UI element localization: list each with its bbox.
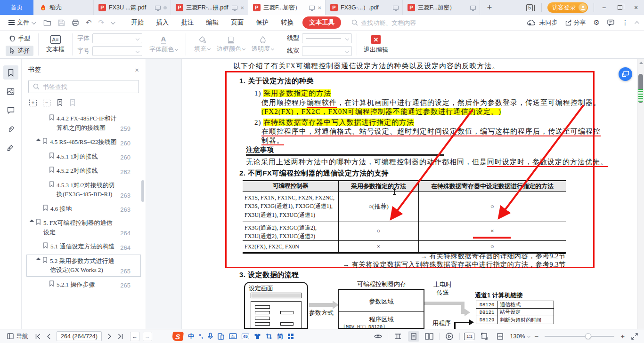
font-color-button[interactable]: A 字体颜色 bbox=[146, 36, 181, 54]
zoom-in-button[interactable]: + bbox=[620, 332, 625, 340]
single-page-view-button[interactable] bbox=[408, 331, 419, 342]
page-number-input[interactable] bbox=[57, 331, 102, 341]
guest-login-button[interactable]: 访客登录 bbox=[547, 2, 588, 13]
opacity-button[interactable]: 透明度 bbox=[248, 36, 277, 53]
eye-protection-button[interactable] bbox=[372, 331, 383, 342]
picture-to-text-float-button[interactable] bbox=[619, 67, 632, 81]
print-icon[interactable] bbox=[72, 19, 79, 26]
menu-annotate[interactable]: 批注 bbox=[175, 18, 200, 27]
border-color-button[interactable]: 边框颜色 bbox=[213, 36, 248, 53]
doc-tab-4[interactable]: P FX3G·...）.pdf bbox=[326, 0, 403, 15]
screenshot-crop-icon[interactable] bbox=[266, 333, 272, 340]
restore-button[interactable] bbox=[612, 0, 628, 15]
float-window-icon[interactable] bbox=[393, 6, 399, 10]
rail-attachments-button[interactable] bbox=[3, 122, 18, 136]
sync-status[interactable]: 未同步 bbox=[527, 18, 558, 27]
select-tool-button[interactable]: 选择 bbox=[6, 46, 33, 56]
close-tab-icon[interactable]: × bbox=[318, 4, 321, 11]
expand-all-button[interactable]: + bbox=[29, 99, 37, 106]
tab-docer[interactable]: 稻壳 bbox=[33, 0, 94, 15]
bookmark-item[interactable]: 4.5.3 1对/2对接线的切换(FX3G-485-BD-RJ) 263 bbox=[28, 181, 139, 199]
bookmark-item-selected[interactable]: 5.2 采用参数方式进行通信设定(GX Works 2) 265 bbox=[28, 256, 139, 275]
ime-toolbox-icon[interactable] bbox=[288, 334, 293, 339]
menu-text-tool-active[interactable]: 文本工具 bbox=[302, 16, 341, 29]
fullscreen-button[interactable] bbox=[629, 331, 640, 342]
navigation-toggle-button[interactable]: 导航 bbox=[4, 332, 32, 341]
minimize-button[interactable]: − bbox=[596, 0, 612, 15]
menu-insert[interactable]: 插入 bbox=[150, 18, 175, 27]
float-window-icon[interactable] bbox=[232, 6, 237, 10]
bookmark-item[interactable]: 4.4.2 FX-485PC-IF和计算机之间的接线图 259 bbox=[28, 114, 139, 132]
bookmark-search-input[interactable] bbox=[43, 83, 134, 90]
redo-icon[interactable]: ↷ bbox=[98, 18, 105, 27]
undo-icon[interactable]: ↶ bbox=[86, 18, 92, 27]
fit-width-button[interactable] bbox=[494, 331, 505, 342]
zoom-out-button[interactable]: − bbox=[534, 332, 538, 340]
font-size-combobox[interactable] bbox=[92, 46, 142, 56]
first-page-button[interactable] bbox=[35, 334, 41, 339]
collapse-caret-icon[interactable] bbox=[30, 220, 34, 224]
prev-page-button[interactable] bbox=[47, 334, 51, 339]
collapse-caret-icon[interactable] bbox=[36, 139, 41, 144]
continuous-scroll-button[interactable] bbox=[392, 331, 404, 342]
bookmark-search[interactable] bbox=[28, 80, 139, 93]
more-menu-icon[interactable]: ⋮ bbox=[622, 19, 628, 26]
two-page-view-button[interactable] bbox=[424, 331, 435, 342]
ime-language-button[interactable]: 中 bbox=[188, 332, 194, 341]
history-back-button[interactable]: ← bbox=[130, 332, 139, 341]
bookmark-item[interactable]: 4.5.1 1对的接线 260 bbox=[28, 152, 139, 161]
menu-protect[interactable]: 保护 bbox=[250, 18, 275, 27]
menu-start[interactable]: 开始 bbox=[125, 18, 150, 27]
doc-tab-5[interactable]: P 三菱F...加密） bbox=[403, 0, 480, 15]
user-45-icon[interactable]: 45 bbox=[242, 334, 249, 339]
rail-bookmarks-button[interactable] bbox=[3, 65, 18, 80]
document-scrollbar[interactable] bbox=[637, 59, 644, 329]
scroll-up-arrow-icon[interactable] bbox=[639, 62, 643, 64]
rail-thumbnails-button[interactable] bbox=[3, 84, 18, 98]
sogou-logo-icon[interactable]: S bbox=[172, 332, 184, 341]
doc-tab-1[interactable]: P FX3U ...篇.pdf bbox=[94, 0, 171, 15]
doc-tab-3-active[interactable]: P 三菱F...加密） × bbox=[248, 0, 326, 15]
skin-shirt-icon[interactable] bbox=[254, 333, 261, 339]
rail-signature-button[interactable] bbox=[3, 141, 18, 155]
delete-bookmark-button[interactable] bbox=[69, 99, 76, 106]
float-window-icon[interactable] bbox=[309, 6, 315, 10]
auto-scroll-play-button[interactable] bbox=[444, 331, 455, 342]
file-menu-button[interactable]: 文件 bbox=[5, 18, 39, 27]
menu-edit[interactable]: 编辑 bbox=[200, 18, 225, 27]
ime-simplified-button[interactable]: 简 bbox=[277, 332, 283, 341]
bookmark-item[interactable]: 4.6 接地 263 bbox=[28, 204, 139, 214]
open-file-icon[interactable] bbox=[43, 19, 51, 26]
fill-color-button[interactable]: 填充 bbox=[191, 36, 213, 53]
rail-comments-button[interactable] bbox=[3, 103, 18, 117]
font-family-combobox[interactable] bbox=[92, 33, 142, 43]
zoom-slider-knob[interactable] bbox=[585, 333, 591, 339]
collapse-toolbar-icon[interactable] bbox=[635, 21, 639, 25]
collapse-caret-icon[interactable] bbox=[36, 257, 41, 262]
textbox-tool-button[interactable]: A≡ 文本框 bbox=[43, 35, 67, 54]
bookmark-item[interactable]: 5. FX可编程控制器的通信设定 264 bbox=[28, 218, 139, 237]
panel-scrollbar-thumb[interactable] bbox=[141, 180, 144, 202]
bookmark-item[interactable]: 5.2.1 操作步骤 265 bbox=[28, 280, 139, 289]
bookmark-item[interactable]: 5.1 通信设定方法的构造 264 bbox=[28, 242, 139, 251]
line-type-combobox[interactable] bbox=[302, 33, 352, 43]
menu-convert[interactable]: 转换 bbox=[275, 18, 300, 27]
phone-input-icon[interactable] bbox=[218, 333, 224, 340]
zoom-level-dropdown[interactable]: 130% bbox=[510, 333, 530, 340]
collapse-all-button[interactable]: − bbox=[43, 99, 50, 106]
settings-gear-icon[interactable]: ⚙ bbox=[594, 18, 600, 27]
menu-page[interactable]: 页面 bbox=[225, 18, 250, 27]
bookmark-item[interactable]: 4.5.2 2对的接线 262 bbox=[28, 166, 139, 175]
soft-keyboard-icon[interactable] bbox=[229, 333, 237, 339]
add-bookmark-button[interactable] bbox=[57, 99, 63, 106]
actual-size-button[interactable]: 1:1 bbox=[464, 333, 474, 340]
more-actions-chevron-icon[interactable] bbox=[111, 20, 115, 24]
share-button[interactable]: 分享 bbox=[565, 18, 586, 27]
bookmark-item[interactable]: 4.5 RS-485/RS-422接线图 260 bbox=[28, 137, 139, 147]
new-tab-button[interactable]: + bbox=[480, 0, 499, 15]
next-page-button[interactable] bbox=[107, 334, 112, 339]
voice-input-icon[interactable] bbox=[208, 333, 213, 340]
hand-tool-button[interactable]: 手型 bbox=[6, 33, 33, 44]
tab-home[interactable]: 首页 bbox=[0, 0, 33, 15]
search-input[interactable] bbox=[361, 19, 446, 26]
